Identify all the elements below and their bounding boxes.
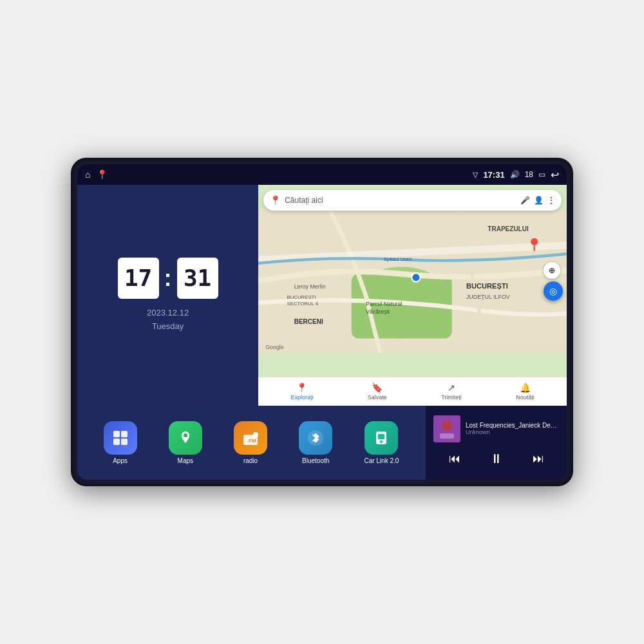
clock-date: 2023.12.12 Tuesday xyxy=(147,307,189,334)
home-icon[interactable]: ⌂ xyxy=(85,169,90,180)
status-time: 17:31 xyxy=(483,170,504,180)
svg-text:FM: FM xyxy=(249,438,256,444)
music-thumbnail xyxy=(433,415,460,442)
app-bluetooth[interactable]: Bluetooth xyxy=(299,421,332,464)
svg-text:Google: Google xyxy=(265,344,284,350)
back-icon[interactable]: ↩ xyxy=(551,169,559,181)
explore-label: Explorați xyxy=(290,394,313,401)
main-content: 17 : 31 2023.12.12 Tuesday 📍 Căutați aic… xyxy=(77,185,567,480)
mic-icon[interactable]: 🎤 xyxy=(520,196,530,205)
map-pin-icon: 📍 xyxy=(270,195,281,205)
maps-shortcut-icon[interactable]: 📍 xyxy=(97,169,108,180)
svg-point-13 xyxy=(531,238,538,245)
svg-text:Leroy Merlin: Leroy Merlin xyxy=(294,283,326,290)
clock-panel: 17 : 31 2023.12.12 Tuesday xyxy=(77,185,258,406)
map-controls: ⊕ ◎ xyxy=(544,262,563,301)
play-pause-button[interactable]: ⏸ xyxy=(485,448,508,471)
signal-icon: ▽ xyxy=(473,171,478,179)
clock-separator: : xyxy=(164,265,172,292)
svg-text:TRAPEZULUI: TRAPEZULUI xyxy=(488,225,529,232)
radio-label: radio xyxy=(243,457,258,464)
svg-point-21 xyxy=(184,433,187,437)
map-layer-btn[interactable]: ⊕ xyxy=(544,262,560,279)
map-search-text[interactable]: Căutați aici xyxy=(285,196,516,205)
battery-level: 18 xyxy=(525,170,533,179)
svg-text:Văcărești: Văcărești xyxy=(366,308,390,315)
svg-point-15 xyxy=(412,273,420,281)
svg-text:BUCUREȘTI: BUCUREȘTI xyxy=(466,282,508,290)
svg-point-28 xyxy=(380,440,383,443)
app-carlink[interactable]: Car Link 2.0 xyxy=(364,421,399,464)
apps-label: Apps xyxy=(113,457,128,464)
prev-button[interactable]: ⏮ xyxy=(443,448,466,471)
carlink-label: Car Link 2.0 xyxy=(364,457,399,464)
map-body[interactable]: TRAPEZULUI BUCUREȘTI JUDEȚUL ILFOV BERCE… xyxy=(258,185,567,377)
svg-text:Parcul Natural: Parcul Natural xyxy=(366,301,402,307)
next-button[interactable]: ⏭ xyxy=(527,448,550,471)
send-icon: ↗ xyxy=(448,383,455,393)
map-news-btn[interactable]: 🔔 Noutăți xyxy=(516,383,535,401)
more-icon[interactable]: ⋮ xyxy=(547,196,555,205)
clock-hours: 17 xyxy=(118,258,159,299)
app-apps[interactable]: Apps xyxy=(104,421,137,464)
svg-text:BERCENI: BERCENI xyxy=(294,318,323,325)
status-left: ⌂ 📍 xyxy=(85,169,108,180)
music-title: Lost Frequencies_Janieck Devy-... xyxy=(466,422,559,429)
music-text: Lost Frequencies_Janieck Devy-... Unknow… xyxy=(466,422,559,435)
maps-icon xyxy=(169,421,202,455)
svg-rect-20 xyxy=(121,439,128,445)
map-saved-btn[interactable]: 🔖 Salvate xyxy=(368,383,387,401)
send-label: Trimiteți xyxy=(441,394,462,401)
map-send-btn[interactable]: ↗ Trimiteți xyxy=(441,383,462,401)
map-explore-btn[interactable]: 📍 Explorați xyxy=(290,383,313,401)
car-display-device: ⌂ 📍 ▽ 17:31 🔊 18 ▭ ↩ 17 : xyxy=(71,158,573,486)
music-controls: ⏮ ⏸ ⏭ xyxy=(433,448,559,471)
saved-icon: 🔖 xyxy=(372,383,383,393)
bottom-section: Apps Maps xyxy=(77,406,567,480)
top-section: 17 : 31 2023.12.12 Tuesday 📍 Căutați aic… xyxy=(77,185,567,406)
map-bottom-bar: 📍 Explorați 🔖 Salvate ↗ Trimiteți 🔔 xyxy=(258,377,567,406)
maps-label: Maps xyxy=(178,457,193,464)
saved-label: Salvate xyxy=(368,394,387,401)
music-artist: Unknown xyxy=(466,429,559,435)
apps-icon xyxy=(104,421,137,455)
music-info: Lost Frequencies_Janieck Devy-... Unknow… xyxy=(433,415,559,442)
news-label: Noutăți xyxy=(516,394,535,401)
radio-icon: FM xyxy=(234,421,267,455)
map-navigate-btn[interactable]: ◎ xyxy=(544,281,563,301)
svg-rect-17 xyxy=(113,431,120,437)
status-right: ▽ 17:31 🔊 18 ▭ ↩ xyxy=(473,169,559,181)
explore-icon: 📍 xyxy=(296,383,307,393)
svg-point-24 xyxy=(253,432,258,437)
volume-icon: 🔊 xyxy=(510,170,520,179)
svg-text:Splaiul Unirii: Splaiul Unirii xyxy=(384,256,412,262)
bluetooth-icon xyxy=(299,421,332,455)
profile-icon[interactable]: 👤 xyxy=(534,196,544,205)
svg-rect-27 xyxy=(378,434,384,439)
bluetooth-label: Bluetooth xyxy=(302,457,329,464)
svg-rect-31 xyxy=(440,433,454,439)
app-maps[interactable]: Maps xyxy=(169,421,202,464)
news-icon: 🔔 xyxy=(520,383,531,393)
svg-rect-19 xyxy=(113,439,120,445)
clock-display: 17 : 31 xyxy=(118,258,218,299)
carlink-icon xyxy=(365,421,398,455)
device-screen: ⌂ 📍 ▽ 17:31 🔊 18 ▭ ↩ 17 : xyxy=(77,164,567,480)
clock-minutes: 31 xyxy=(177,258,218,299)
map-search-bar[interactable]: 📍 Căutați aici 🎤 👤 ⋮ xyxy=(263,190,562,211)
svg-text:SECTORUL 4: SECTORUL 4 xyxy=(287,301,319,307)
svg-text:JUDEȚUL ILFOV: JUDEȚUL ILFOV xyxy=(466,294,510,300)
apps-panel: Apps Maps xyxy=(77,406,425,480)
battery-icon: ▭ xyxy=(538,170,545,179)
status-bar: ⌂ 📍 ▽ 17:31 🔊 18 ▭ ↩ xyxy=(77,164,567,185)
map-panel[interactable]: 📍 Căutați aici 🎤 👤 ⋮ xyxy=(258,185,567,406)
svg-text:BUCUREȘTI: BUCUREȘTI xyxy=(287,294,316,300)
svg-point-30 xyxy=(442,421,452,431)
music-panel: Lost Frequencies_Janieck Devy-... Unknow… xyxy=(425,406,567,480)
svg-rect-18 xyxy=(121,431,128,437)
app-radio[interactable]: FM radio xyxy=(234,421,267,464)
